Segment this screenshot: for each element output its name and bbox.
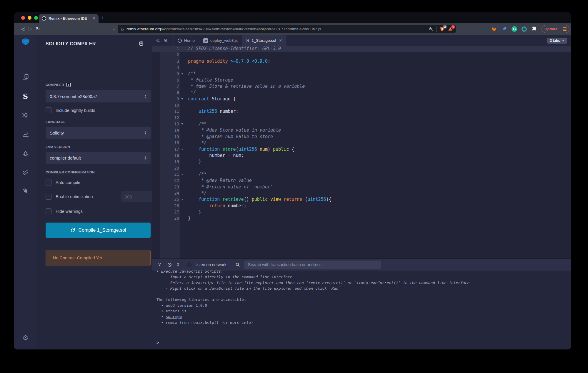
code-line[interactable]: 4 <box>152 64 571 71</box>
terminal-library-link[interactable]: • ethers.js <box>156 308 571 314</box>
code-line[interactable]: 28} <box>152 215 571 221</box>
editor-tab-bar: Home JS deploy_web3.js S 1_Storage.sol ✕… <box>152 35 571 46</box>
lock-icon[interactable] <box>121 27 124 31</box>
tab-home[interactable]: Home <box>173 35 199 46</box>
plugin-manager-icon[interactable] <box>14 185 37 198</box>
code-editor[interactable]: 1// SPDX-License-Identifier: GPL-3.023pr… <box>152 46 571 258</box>
code-line[interactable]: 1// SPDX-License-Identifier: GPL-3.0 <box>152 46 571 52</box>
code-line[interactable]: 8 */ <box>152 89 571 96</box>
optimization-runs-input[interactable] <box>125 194 145 199</box>
analysis-icon[interactable] <box>14 128 37 141</box>
nightly-builds-checkbox[interactable] <box>46 107 51 113</box>
compile-button[interactable]: Compile 1_Storage.sol <box>46 223 151 238</box>
code-line[interactable]: 23 * @return value of 'number' <box>152 184 571 190</box>
zoom-out-icon[interactable] <box>154 38 162 43</box>
reload-button[interactable]: ↻ <box>36 23 40 35</box>
clear-terminal-icon[interactable] <box>167 262 172 267</box>
close-window-button[interactable] <box>21 16 25 20</box>
zoom-window-button[interactable] <box>34 16 38 20</box>
tag-extension-icon[interactable] <box>502 26 507 32</box>
code-line[interactable]: 21▼ /** <box>152 171 571 178</box>
documentation-icon[interactable] <box>139 41 144 47</box>
terminal-library-link[interactable]: • swarmgw <box>156 314 571 319</box>
code-line[interactable]: 24 */ <box>152 190 571 196</box>
code-line[interactable]: 6 * @title Storage <box>152 77 571 83</box>
brave-rewards-icon[interactable]: 1 <box>448 26 453 32</box>
code-line[interactable]: 27 } <box>152 209 571 215</box>
listen-on-network-checkbox[interactable] <box>187 262 192 267</box>
tab-1-storage-sol[interactable]: S 1_Storage.sol ✕ <box>242 35 286 46</box>
code-line[interactable]: 2 <box>152 52 571 58</box>
tab-count-badge[interactable]: 3 tabs▼ <box>547 38 567 44</box>
nightly-builds-label[interactable]: Include nightly builds <box>56 108 95 113</box>
fold-icon[interactable]: ▼ <box>181 121 183 127</box>
enable-optimization-label[interactable]: Enable optimization <box>56 194 93 199</box>
code-line[interactable]: 20 <box>152 165 571 171</box>
page-zoom-icon[interactable] <box>429 27 433 32</box>
extensions-puzzle-icon[interactable] <box>531 26 537 32</box>
listen-on-network-label[interactable]: listen on network <box>196 262 226 267</box>
terminal-prompt[interactable]: > <box>156 340 159 345</box>
teal-extension-icon[interactable] <box>522 26 527 32</box>
code-line[interactable]: 25▼ function retrieve() public view retu… <box>152 196 571 203</box>
unit-testing-icon[interactable] <box>14 166 37 179</box>
code-line[interactable]: 16 */ <box>152 140 571 146</box>
close-tab-icon[interactable]: ✕ <box>92 16 96 21</box>
deploy-and-run-icon[interactable] <box>14 109 37 122</box>
compiler-version-select[interactable]: 0.8.7+commit.e28d00a7 ▲▼ <box>46 90 151 102</box>
code-line[interactable]: 17▼ function store(uint256 num) public { <box>152 146 571 152</box>
code-line[interactable]: 5▼/** <box>152 71 571 77</box>
close-tab-icon[interactable]: ✕ <box>279 38 282 43</box>
hide-warnings-checkbox[interactable] <box>46 208 51 214</box>
code-line[interactable]: 9▼contract Storage { <box>152 96 571 102</box>
auto-compile-checkbox[interactable] <box>46 180 51 185</box>
evm-version-select[interactable]: compiler default ▲▼ <box>46 152 151 164</box>
back-button[interactable]: ◁ <box>21 23 25 35</box>
code-line[interactable]: 14 * @dev Store value in variable <box>152 127 571 133</box>
solidity-file-icon: S <box>246 38 249 43</box>
enable-optimization-checkbox[interactable] <box>46 194 51 200</box>
new-tab-button[interactable]: + <box>101 15 104 21</box>
code-line[interactable]: 10 <box>152 102 571 108</box>
collapse-terminal-icon[interactable] <box>157 262 162 267</box>
update-button[interactable]: Update <box>542 25 569 33</box>
menu-icon[interactable] <box>563 27 567 31</box>
code-line[interactable]: 26 return number; <box>152 203 571 209</box>
fold-icon[interactable]: ▼ <box>181 96 183 102</box>
fold-icon[interactable]: ▼ <box>181 146 183 152</box>
debugger-icon[interactable] <box>14 147 37 160</box>
transaction-search-input[interactable] <box>244 261 381 269</box>
grammarly-extension-icon[interactable]: G <box>512 26 517 32</box>
code-line[interactable]: 13▼ /** <box>152 121 571 127</box>
code-line[interactable]: 7 * @dev Store & retrieve value in a var… <box>152 83 571 89</box>
bookmark-icon[interactable] <box>112 26 116 31</box>
fold-icon[interactable]: ▼ <box>181 171 183 178</box>
code-line[interactable]: 12 <box>152 115 571 121</box>
code-line[interactable]: 11 uint256 number; <box>152 108 571 115</box>
auto-compile-label[interactable]: Auto compile <box>56 180 80 185</box>
brave-shield-icon[interactable]: 2 <box>439 26 445 32</box>
browser-tab[interactable]: Remix - Ethereum IDE ✕ <box>39 14 99 23</box>
tab-deploy-web3[interactable]: JS deploy_web3.js <box>199 35 242 46</box>
solidity-compiler-icon[interactable]: S <box>14 90 37 103</box>
zoom-in-icon[interactable] <box>162 38 170 43</box>
metamask-extension-icon[interactable] <box>491 26 497 32</box>
hide-warnings-label[interactable]: Hide warnings <box>56 209 83 214</box>
code-line[interactable]: 15 * @param num value to store <box>152 134 571 140</box>
settings-icon[interactable]: ⚙ <box>14 331 37 344</box>
language-select[interactable]: Solidity ▲▼ <box>46 127 151 139</box>
code-line[interactable]: 18 number = num; <box>152 152 571 159</box>
compile-button-label: Compile 1_Storage.sol <box>79 228 126 233</box>
add-compiler-icon[interactable]: + <box>66 83 71 87</box>
file-explorer-icon[interactable] <box>14 71 37 84</box>
url-bar[interactable]: remix.ethereum.org /#optimize=false&runs… <box>118 25 456 33</box>
minimize-window-button[interactable] <box>28 16 31 20</box>
remix-logo-icon[interactable] <box>14 36 37 48</box>
code-line[interactable]: 22 * @dev Return value <box>152 178 571 184</box>
code-line[interactable]: 3pragma solidity >=0.7.0 <0.9.0; <box>152 58 571 64</box>
code-line[interactable]: 19 } <box>152 159 571 165</box>
terminal-library-link[interactable]: • web3 version 1.0.0 <box>156 303 571 308</box>
forward-button[interactable]: ▷ <box>29 23 32 35</box>
fold-icon[interactable]: ▼ <box>181 196 183 203</box>
fold-icon[interactable]: ▼ <box>181 71 183 77</box>
